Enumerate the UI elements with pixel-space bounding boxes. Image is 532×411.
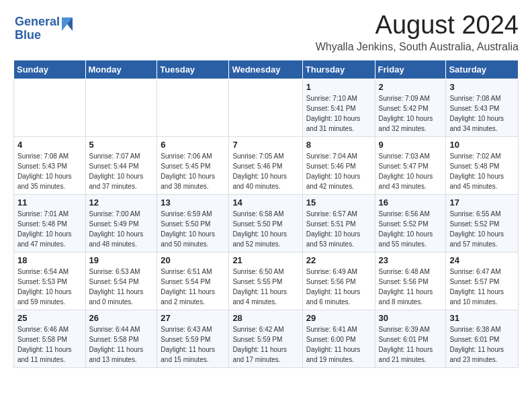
calendar-cell: 5Sunrise: 7:07 AM Sunset: 5:44 PM Daylig… xyxy=(85,137,157,195)
calendar-header-saturday: Saturday xyxy=(446,60,519,79)
day-info: Sunrise: 6:39 AM Sunset: 6:01 PM Dayligh… xyxy=(379,324,443,365)
calendar-header-monday: Monday xyxy=(85,60,157,79)
calendar-table: SundayMondayTuesdayWednesdayThursdayFrid… xyxy=(13,60,519,368)
calendar-week-3: 18Sunrise: 6:54 AM Sunset: 5:53 PM Dayli… xyxy=(14,253,519,310)
day-number: 2 xyxy=(379,82,443,92)
day-number: 11 xyxy=(17,197,82,208)
calendar-header-wednesday: Wednesday xyxy=(229,60,302,79)
calendar-header-thursday: Thursday xyxy=(302,60,375,79)
day-info: Sunrise: 7:08 AM Sunset: 5:43 PM Dayligh… xyxy=(17,151,82,191)
calendar-cell: 19Sunrise: 6:53 AM Sunset: 5:54 PM Dayli… xyxy=(85,253,157,310)
day-info: Sunrise: 6:57 AM Sunset: 5:51 PM Dayligh… xyxy=(306,209,371,249)
day-info: Sunrise: 6:54 AM Sunset: 5:53 PM Dayligh… xyxy=(17,267,82,307)
day-info: Sunrise: 7:09 AM Sunset: 5:42 PM Dayligh… xyxy=(379,93,443,134)
calendar-cell: 23Sunrise: 6:48 AM Sunset: 5:56 PM Dayli… xyxy=(375,253,446,310)
calendar-cell: 12Sunrise: 7:00 AM Sunset: 5:49 PM Dayli… xyxy=(85,195,157,253)
day-number: 22 xyxy=(306,255,371,265)
calendar-week-1: 4Sunrise: 7:08 AM Sunset: 5:43 PM Daylig… xyxy=(14,137,519,195)
day-number: 17 xyxy=(449,197,515,208)
day-number: 5 xyxy=(89,140,154,150)
day-info: Sunrise: 7:05 AM Sunset: 5:46 PM Dayligh… xyxy=(232,151,298,191)
day-number: 19 xyxy=(89,255,154,265)
day-info: Sunrise: 7:02 AM Sunset: 5:48 PM Dayligh… xyxy=(449,151,515,191)
calendar-cell: 1Sunrise: 7:10 AM Sunset: 5:41 PM Daylig… xyxy=(302,79,375,137)
day-number: 12 xyxy=(89,197,154,208)
calendar-cell: 28Sunrise: 6:42 AM Sunset: 5:59 PM Dayli… xyxy=(229,310,302,368)
calendar-cell: 18Sunrise: 6:54 AM Sunset: 5:53 PM Dayli… xyxy=(14,253,86,310)
day-info: Sunrise: 6:55 AM Sunset: 5:52 PM Dayligh… xyxy=(449,209,515,249)
calendar-cell xyxy=(229,79,302,137)
logo: General Blue xyxy=(13,11,74,47)
day-info: Sunrise: 7:07 AM Sunset: 5:44 PM Dayligh… xyxy=(89,151,154,191)
day-info: Sunrise: 6:42 AM Sunset: 5:59 PM Dayligh… xyxy=(232,324,298,365)
day-info: Sunrise: 7:03 AM Sunset: 5:47 PM Dayligh… xyxy=(379,151,443,191)
calendar-cell: 14Sunrise: 6:58 AM Sunset: 5:50 PM Dayli… xyxy=(229,195,302,253)
day-number: 21 xyxy=(232,255,298,265)
calendar-cell: 11Sunrise: 7:01 AM Sunset: 5:48 PM Dayli… xyxy=(14,195,86,253)
day-info: Sunrise: 6:47 AM Sunset: 5:57 PM Dayligh… xyxy=(449,267,515,307)
calendar-header-friday: Friday xyxy=(375,60,446,79)
day-number: 3 xyxy=(449,82,515,92)
day-info: Sunrise: 7:10 AM Sunset: 5:41 PM Dayligh… xyxy=(306,93,371,134)
day-number: 25 xyxy=(17,313,82,323)
calendar-cell: 6Sunrise: 7:06 AM Sunset: 5:45 PM Daylig… xyxy=(157,137,229,195)
day-number: 15 xyxy=(306,197,371,208)
calendar-cell: 13Sunrise: 6:59 AM Sunset: 5:50 PM Dayli… xyxy=(157,195,229,253)
calendar-cell: 29Sunrise: 6:41 AM Sunset: 6:00 PM Dayli… xyxy=(302,310,375,368)
day-info: Sunrise: 6:38 AM Sunset: 6:01 PM Dayligh… xyxy=(449,324,515,365)
day-number: 30 xyxy=(379,313,443,323)
day-number: 20 xyxy=(161,255,225,265)
calendar-cell: 26Sunrise: 6:44 AM Sunset: 5:58 PM Dayli… xyxy=(85,310,157,368)
main-title: August 2024 xyxy=(316,11,519,40)
calendar-cell: 3Sunrise: 7:08 AM Sunset: 5:43 PM Daylig… xyxy=(446,79,519,137)
day-number: 28 xyxy=(232,313,298,323)
calendar-cell: 22Sunrise: 6:49 AM Sunset: 5:56 PM Dayli… xyxy=(302,253,375,310)
day-info: Sunrise: 6:58 AM Sunset: 5:50 PM Dayligh… xyxy=(232,209,298,249)
day-info: Sunrise: 6:51 AM Sunset: 5:54 PM Dayligh… xyxy=(161,267,225,307)
calendar-cell: 8Sunrise: 7:04 AM Sunset: 5:46 PM Daylig… xyxy=(302,137,375,195)
day-number: 8 xyxy=(306,140,371,150)
day-info: Sunrise: 6:53 AM Sunset: 5:54 PM Dayligh… xyxy=(89,267,154,307)
calendar-cell: 24Sunrise: 6:47 AM Sunset: 5:57 PM Dayli… xyxy=(446,253,519,310)
logo-icon: General Blue xyxy=(13,11,74,44)
day-info: Sunrise: 7:04 AM Sunset: 5:46 PM Dayligh… xyxy=(306,151,371,191)
day-info: Sunrise: 6:56 AM Sunset: 5:52 PM Dayligh… xyxy=(379,209,443,249)
day-number: 24 xyxy=(449,255,515,265)
calendar-header-row: SundayMondayTuesdayWednesdayThursdayFrid… xyxy=(14,60,519,79)
day-number: 26 xyxy=(89,313,154,323)
day-info: Sunrise: 7:08 AM Sunset: 5:43 PM Dayligh… xyxy=(449,93,515,134)
calendar-cell: 17Sunrise: 6:55 AM Sunset: 5:52 PM Dayli… xyxy=(446,195,519,253)
calendar-cell: 9Sunrise: 7:03 AM Sunset: 5:47 PM Daylig… xyxy=(375,137,446,195)
day-info: Sunrise: 6:43 AM Sunset: 5:59 PM Dayligh… xyxy=(161,324,225,365)
svg-text:General: General xyxy=(15,15,60,28)
calendar-cell: 20Sunrise: 6:51 AM Sunset: 5:54 PM Dayli… xyxy=(157,253,229,310)
day-info: Sunrise: 6:46 AM Sunset: 5:58 PM Dayligh… xyxy=(17,324,82,365)
calendar-cell: 2Sunrise: 7:09 AM Sunset: 5:42 PM Daylig… xyxy=(375,79,446,137)
calendar-cell: 4Sunrise: 7:08 AM Sunset: 5:43 PM Daylig… xyxy=(14,137,86,195)
day-info: Sunrise: 6:50 AM Sunset: 5:55 PM Dayligh… xyxy=(232,267,298,307)
day-number: 31 xyxy=(449,313,515,323)
page: General Blue August 2024 Whyalla Jenkins… xyxy=(0,0,532,379)
day-number: 14 xyxy=(232,197,298,208)
day-number: 16 xyxy=(379,197,443,208)
day-number: 9 xyxy=(379,140,443,150)
calendar-week-2: 11Sunrise: 7:01 AM Sunset: 5:48 PM Dayli… xyxy=(14,195,519,253)
calendar-cell: 7Sunrise: 7:05 AM Sunset: 5:46 PM Daylig… xyxy=(229,137,302,195)
calendar-cell xyxy=(157,79,229,137)
day-number: 10 xyxy=(449,140,515,150)
day-number: 18 xyxy=(17,255,82,265)
day-number: 29 xyxy=(306,313,371,323)
svg-text:Blue: Blue xyxy=(15,28,41,42)
day-info: Sunrise: 7:01 AM Sunset: 5:48 PM Dayligh… xyxy=(17,209,82,249)
day-info: Sunrise: 6:49 AM Sunset: 5:56 PM Dayligh… xyxy=(306,267,371,307)
calendar-header-sunday: Sunday xyxy=(14,60,86,79)
day-number: 6 xyxy=(161,140,225,150)
calendar-cell: 31Sunrise: 6:38 AM Sunset: 6:01 PM Dayli… xyxy=(446,310,519,368)
day-number: 4 xyxy=(17,140,82,150)
calendar-cell: 10Sunrise: 7:02 AM Sunset: 5:48 PM Dayli… xyxy=(446,137,519,195)
day-info: Sunrise: 7:06 AM Sunset: 5:45 PM Dayligh… xyxy=(161,151,225,191)
day-info: Sunrise: 6:59 AM Sunset: 5:50 PM Dayligh… xyxy=(161,209,225,249)
calendar-cell: 25Sunrise: 6:46 AM Sunset: 5:58 PM Dayli… xyxy=(14,310,86,368)
day-info: Sunrise: 7:00 AM Sunset: 5:49 PM Dayligh… xyxy=(89,209,154,249)
day-number: 23 xyxy=(379,255,443,265)
